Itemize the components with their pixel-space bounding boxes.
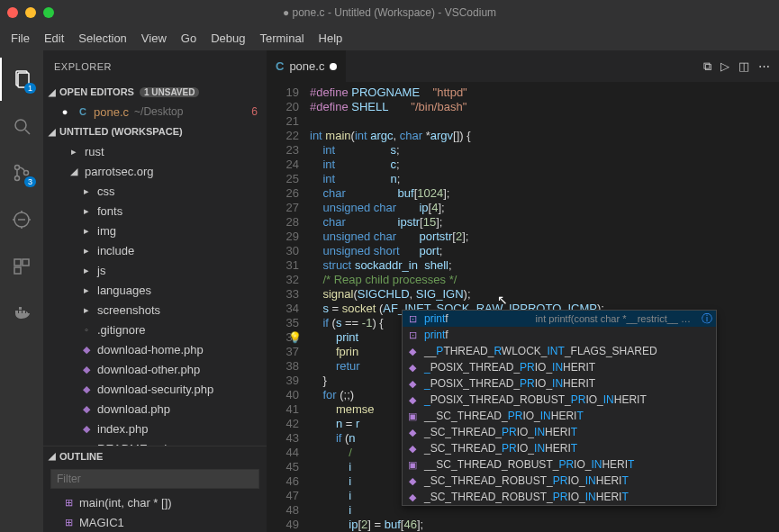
code-line-28[interactable]: char ipstr[15]; <box>310 215 736 230</box>
open-editors-header[interactable]: ◢ OPEN EDITORS 1 UNSAVED <box>43 82 267 102</box>
menu-debug[interactable]: Debug <box>204 28 252 49</box>
extensions-icon[interactable] <box>0 245 43 288</box>
docker-icon[interactable] <box>0 292 43 335</box>
outline-item[interactable]: ⊞MAGIC1 <box>43 512 267 532</box>
autocomplete-popup[interactable]: ⊡printfint printf(const char *__restrict… <box>402 310 717 506</box>
folder-languages[interactable]: ▸languages <box>43 280 267 300</box>
svg-point-5 <box>15 176 20 181</box>
chevron-right-icon: ▸ <box>79 304 94 316</box>
chevron-right-icon: ▸ <box>67 146 81 158</box>
menu-terminal[interactable]: Terminal <box>252 28 311 49</box>
menu-view[interactable]: View <box>134 28 174 49</box>
suggestion-item[interactable]: ◆_SC_THREAD_PRIO_INHERIT <box>403 424 716 440</box>
suggestion-label: _SC_THREAD_PRIO_INHERIT <box>424 426 577 438</box>
suggestion-item[interactable]: ◆_SC_THREAD_ROBUST_PRIO_INHERIT <box>403 489 716 505</box>
tab-pone-c[interactable]: C pone.c <box>267 50 347 82</box>
code-line-49[interactable]: ip[2] = buf[46]; <box>310 518 736 532</box>
debug-icon[interactable] <box>0 198 43 241</box>
suggestion-item[interactable]: ◆_POSIX_THREAD_PRIO_INHERIT <box>403 359 716 375</box>
file-download-security-php[interactable]: ◆download-security.php <box>43 379 267 399</box>
file-download-php[interactable]: ◆download.php <box>43 399 267 419</box>
code-line-19[interactable]: #define PROGNAME "httpd" <box>310 86 736 100</box>
code-line-27[interactable]: unsigned char ip[4]; <box>310 201 736 215</box>
folder-rust[interactable]: ▸rust <box>43 141 267 161</box>
code-line-26[interactable]: char buf[1024]; <box>310 186 736 201</box>
chevron-down-icon: ◢ <box>67 166 81 177</box>
suggestion-item[interactable]: ◆_POSIX_THREAD_ROBUST_PRIO_INHERIT <box>403 392 716 408</box>
menu-edit[interactable]: Edit <box>37 28 71 49</box>
folder-screenshots[interactable]: ▸screenshots <box>43 300 267 320</box>
minimize-window[interactable] <box>25 7 36 18</box>
menu-file[interactable]: File <box>4 28 37 49</box>
problem-count: 6 <box>251 105 258 118</box>
folder-img[interactable]: ▸img <box>43 221 267 240</box>
tree-label: js <box>97 264 105 277</box>
code-line-22[interactable]: int main(int argc, char *argv[]) { <box>310 129 736 143</box>
code-line-20[interactable]: #define SHELL "/bin/bash" <box>310 100 736 114</box>
code-line-33[interactable]: signal(SIGCHLD, SIG_IGN); <box>310 287 736 302</box>
open-editor-item[interactable]: ●Cpone.c~/Desktop6 <box>43 102 267 122</box>
suggestion-item[interactable]: ⊡printf <box>403 327 716 343</box>
symbol-icon: ⊞ <box>61 517 76 528</box>
file-download-other-php[interactable]: ◆download-other.php <box>43 359 267 379</box>
suggestion-item[interactable]: ◆_SC_THREAD_PRIO_INHERIT <box>403 440 716 456</box>
menu-go[interactable]: Go <box>174 28 204 49</box>
outline-header[interactable]: ◢ OUTLINE <box>43 446 267 465</box>
file-download-home-php[interactable]: ◆download-home.php <box>43 339 267 359</box>
suggestion-label: __PTHREAD_RWLOCK_INT_FLAGS_SHARED <box>424 345 657 357</box>
code-line-32[interactable]: /* Reap child processes */ <box>310 273 736 287</box>
folder-parrotsec-org[interactable]: ◢parrotsec.org <box>43 161 267 181</box>
chevron-down-icon: ◢ <box>49 127 56 137</box>
suggestion-item[interactable]: ◆_POSIX_THREAD_PRIO_INHERIT <box>403 375 716 392</box>
file-index-php[interactable]: ◆index.php <box>43 419 267 438</box>
file-icon: ◆ <box>79 364 94 375</box>
code-line-21[interactable] <box>310 114 736 129</box>
code-line-25[interactable]: int n; <box>310 172 736 186</box>
tree-label: img <box>97 224 116 238</box>
run-icon[interactable]: ▷ <box>720 59 729 74</box>
suggestion-item[interactable]: ⊡printfint printf(const char *__restrict… <box>403 311 716 327</box>
outline-filter-input[interactable] <box>50 469 259 489</box>
scm-icon[interactable]: 3 <box>0 151 43 194</box>
maximize-window[interactable] <box>43 7 54 18</box>
line-numbers: 1920212223242526272829303132333435363738… <box>267 82 310 532</box>
more-icon[interactable]: ⋯ <box>758 59 770 74</box>
search-icon[interactable] <box>0 104 43 148</box>
folder-fonts[interactable]: ▸fonts <box>43 201 267 221</box>
svg-line-3 <box>25 130 30 134</box>
suggestion-item[interactable]: ◆_SC_THREAD_ROBUST_PRIO_INHERIT <box>403 473 716 489</box>
minimap[interactable] <box>736 82 779 532</box>
file-readme-md[interactable]: ▾README.md <box>43 438 267 446</box>
code-line-31[interactable]: struct sockaddr_in shell; <box>310 258 736 273</box>
close-window[interactable] <box>7 7 18 18</box>
tab-bar: C pone.c ⧉ ▷ ◫ ⋯ <box>267 50 779 82</box>
suggestion-item[interactable]: ◆__PTHREAD_RWLOCK_INT_FLAGS_SHARED <box>403 343 716 359</box>
suggestion-kind-icon: ▣ <box>406 410 419 422</box>
lightbulb-icon[interactable]: 💡 <box>288 330 302 345</box>
split-icon[interactable]: ◫ <box>738 59 749 74</box>
suggestion-item[interactable]: ▣__SC_THREAD_ROBUST_PRIO_INHERIT <box>403 456 716 473</box>
folder-include[interactable]: ▸include <box>43 240 267 260</box>
code-line-30[interactable]: unsigned short port; <box>310 244 736 258</box>
file--gitignore[interactable]: ◦.gitignore <box>43 320 267 339</box>
explorer-icon[interactable]: 1 <box>0 58 43 101</box>
info-icon[interactable]: ⓘ <box>702 311 712 327</box>
compare-icon[interactable]: ⧉ <box>703 59 711 74</box>
outline-item[interactable]: ⊞main(int, char * []) <box>43 492 267 512</box>
suggestion-kind-icon: ⊡ <box>406 313 419 325</box>
folder-css[interactable]: ▸css <box>43 181 267 201</box>
tree-label: download-home.php <box>97 343 204 356</box>
tree-label: download.php <box>97 402 170 416</box>
code-line-24[interactable]: int c; <box>310 158 736 172</box>
suggestion-item[interactable]: ▣__SC_THREAD_PRIO_INHERIT <box>403 408 716 424</box>
code-line-29[interactable]: unsigned char portstr[2]; <box>310 230 736 244</box>
menu-selection[interactable]: Selection <box>71 28 133 49</box>
menu-help[interactable]: Help <box>312 28 350 49</box>
tree-label: index.php <box>97 422 148 436</box>
chevron-right-icon: ▸ <box>79 265 94 276</box>
code-line-23[interactable]: int s; <box>310 143 736 158</box>
chevron-right-icon: ▸ <box>79 245 94 257</box>
chevron-right-icon: ▸ <box>79 284 94 296</box>
workspace-header[interactable]: ◢ UNTITLED (WORKSPACE) <box>43 122 267 141</box>
folder-js[interactable]: ▸js <box>43 260 267 280</box>
